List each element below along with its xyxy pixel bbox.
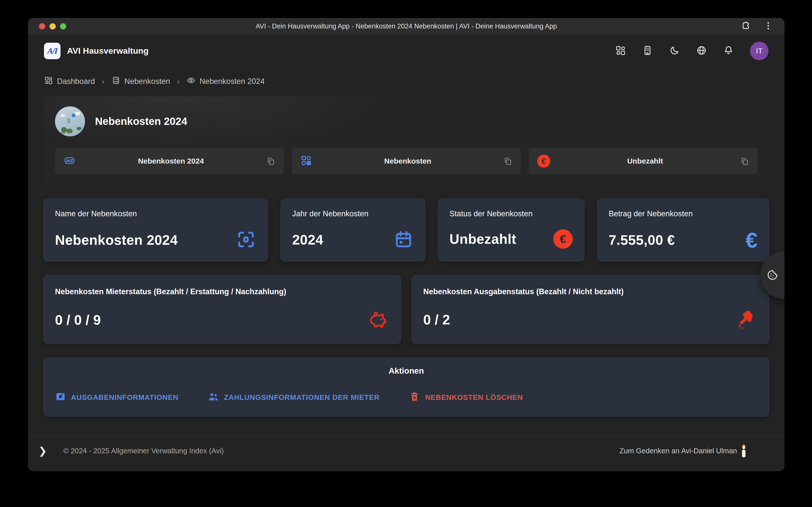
stat-label: Status der Nebenkosten	[450, 209, 573, 218]
extensions-puzzle-icon[interactable]	[741, 20, 751, 32]
close-button[interactable]	[39, 23, 45, 30]
minimize-button[interactable]	[50, 23, 56, 30]
breadcrumb-nebenkosten-2024[interactable]: Nebenkosten 2024	[187, 76, 264, 87]
breadcrumb-separator: ›	[101, 77, 106, 86]
button-label: NEBENKOSTEN LÖSCHEN	[425, 393, 523, 402]
stat-value: 7.555,00 €	[609, 232, 675, 248]
browser-menu-kebab-icon[interactable]	[763, 20, 773, 32]
breadcrumb-separator: ›	[175, 77, 181, 86]
dashboard-grid-icon	[44, 76, 53, 87]
copyright-text: © 2024 - 2025 Allgemeiner Verwaltung Ind…	[63, 447, 224, 455]
traffic-lights	[39, 23, 66, 30]
stat-card-status: Status der Nebenkosten Unbezahlt €	[438, 198, 585, 262]
app-logo-monogram: A/I	[47, 46, 57, 56]
actions-card: Aktionen AUSGABENINFORMATIONEN	[43, 357, 769, 417]
category-grid-icon	[300, 155, 312, 168]
copy-icon[interactable]	[503, 157, 512, 166]
copy-icon[interactable]	[740, 157, 749, 166]
category-chip: Nebenkosten	[292, 148, 520, 174]
language-globe-icon[interactable]	[696, 45, 707, 57]
button-label: AUSGABENINFORMATIONEN	[71, 393, 179, 402]
status-chip: € Unbezahlt	[529, 148, 758, 174]
euro-circle-icon: €	[537, 155, 550, 168]
overview-label: Nebenkosten Ausgabenstatus (Bezahlt / Ni…	[423, 287, 758, 296]
building-icon[interactable]	[642, 45, 653, 57]
breadcrumb-label: Nebenkosten 2024	[200, 77, 264, 86]
stat-value: Nebenkosten 2024	[55, 232, 178, 248]
hero-title: Nebenkosten 2024	[95, 115, 187, 127]
breadcrumb-dashboard[interactable]: Dashboard	[44, 76, 95, 87]
stat-value: 2024	[292, 232, 323, 248]
memorial-text-row: Zum Gedenken an Avi-Daniel Ulman	[619, 444, 747, 457]
app-name: AVI Hausverwaltung	[67, 46, 149, 56]
stat-value: Unbezahlt	[450, 231, 516, 247]
browser-window: AVI - Dein Hausverwaltung App - Nebenkos…	[28, 18, 784, 471]
delete-nebenkosten-button[interactable]: NEBENKOSTEN LÖSCHEN	[409, 391, 523, 404]
app-logo[interactable]: A/I	[44, 43, 60, 59]
memorial-text: Zum Gedenken an Avi-Daniel Ulman	[619, 447, 737, 455]
zoom-button[interactable]	[60, 23, 66, 30]
button-label: ZAHLUNGSINFORMATIONEN DER MIETER	[224, 393, 380, 402]
overview-value: 0 / 0 / 9	[55, 312, 101, 328]
chip-label: Unbezahlt	[550, 157, 740, 165]
people-icon	[208, 391, 219, 404]
breadcrumb-nebenkosten[interactable]: Nebenkosten	[111, 76, 170, 87]
dashboard-grid-icon[interactable]	[615, 45, 626, 57]
trash-icon	[409, 391, 420, 404]
main-content: Nebenkosten 2024 Nebenkosten 2024	[28, 90, 784, 436]
expense-info-button[interactable]: AUSGABENINFORMATIONEN	[55, 391, 179, 404]
notifications-bell-icon[interactable]	[723, 45, 734, 57]
dark-mode-moon-icon[interactable]	[669, 45, 680, 57]
wallet-icon	[55, 391, 66, 404]
hero-card: Nebenkosten 2024 Nebenkosten 2024	[43, 97, 769, 186]
breadcrumb-label: Dashboard	[57, 77, 95, 86]
actions-title: Aktionen	[55, 366, 758, 376]
name-chip: Nebenkosten 2024	[55, 148, 284, 174]
utilities-photo-avatar	[55, 106, 85, 136]
stat-label: Name der Nebenkosten	[55, 209, 256, 218]
eye-icon	[187, 76, 196, 87]
chip-label: Nebenkosten	[312, 157, 503, 165]
user-avatar[interactable]: IT	[750, 42, 768, 60]
copy-icon[interactable]	[266, 157, 275, 166]
pointing-hand-icon	[735, 308, 758, 331]
stat-card-year: Jahr der Nebenkosten 2024	[280, 198, 425, 262]
expand-chevron-icon[interactable]: ❯	[39, 446, 47, 456]
overview-label: Nebenkosten Mieterstatus (Bezahlt / Erst…	[55, 287, 389, 296]
avatar-initials: IT	[756, 47, 763, 55]
chip-label: Nebenkosten 2024	[75, 157, 266, 165]
page-title: AVI - Dein Hausverwaltung App - Nebenkos…	[28, 22, 784, 30]
tenant-payments-button[interactable]: ZAHLUNGSINFORMATIONEN DER MIETER	[208, 391, 380, 404]
stat-card-amount: Betrag der Nebenkosten 7.555,00 € €	[597, 198, 769, 262]
breadcrumb: Dashboard › Nebenkosten › Nebenkosten 20…	[28, 67, 784, 90]
name-badge-icon	[63, 155, 75, 168]
euro-icon: €	[746, 229, 758, 251]
stat-cards-row: Name der Nebenkosten Nebenkosten 2024 Ja…	[43, 198, 769, 262]
mieterstatus-card: Nebenkosten Mieterstatus (Bezahlt / Erst…	[43, 275, 401, 344]
stat-label: Betrag der Nebenkosten	[609, 209, 758, 218]
euro-circle-icon: €	[553, 229, 573, 249]
browser-titlebar: AVI - Dein Hausverwaltung App - Nebenkos…	[28, 18, 784, 35]
breadcrumb-label: Nebenkosten	[124, 77, 170, 86]
ausgabenstatus-card: Nebenkosten Ausgabenstatus (Bezahlt / Ni…	[411, 275, 769, 344]
overview-cards-row: Nebenkosten Mieterstatus (Bezahlt / Erst…	[43, 275, 769, 344]
calendar-icon	[394, 229, 413, 250]
stat-label: Jahr der Nebenkosten	[292, 209, 413, 218]
scan-focus-icon	[236, 229, 256, 251]
overview-value: 0 / 2	[423, 312, 450, 328]
stat-card-name: Name der Nebenkosten Nebenkosten 2024	[43, 198, 268, 262]
footer: ❯ © 2024 - 2025 Allgemeiner Verwaltung I…	[29, 436, 783, 471]
candle-icon	[741, 444, 747, 457]
piggy-bank-icon	[367, 308, 389, 332]
calculator-icon	[111, 76, 120, 87]
app-header: A/I AVI Hausverwaltung	[28, 35, 784, 67]
cookie-icon	[766, 269, 778, 281]
